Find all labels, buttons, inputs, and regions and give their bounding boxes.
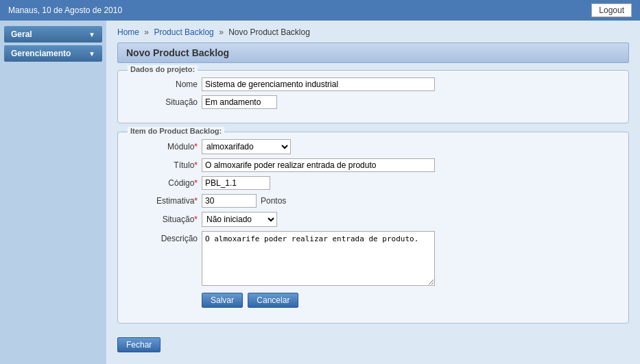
codigo-input[interactable] bbox=[202, 176, 270, 190]
sidebar-item-label-gerenciamento: Gerenciamento bbox=[11, 49, 71, 58]
sidebar-item-label-geral: Geral bbox=[11, 29, 32, 39]
nome-row: Nome bbox=[129, 77, 617, 91]
modulo-select[interactable]: almoxarifado estoque vendas compras bbox=[202, 139, 291, 154]
section-project: Dados do projeto: Nome Situação bbox=[117, 70, 629, 123]
titulo-input[interactable] bbox=[202, 158, 435, 172]
codigo-label: Código* bbox=[129, 178, 198, 188]
descricao-label: Descrição bbox=[129, 231, 198, 243]
estimativa-input[interactable] bbox=[202, 194, 257, 208]
cancelar-button[interactable]: Cancelar bbox=[248, 293, 298, 308]
titulo-label: Título* bbox=[129, 160, 198, 170]
salvar-button[interactable]: Salvar bbox=[202, 293, 243, 308]
situacao-project-label: Situação bbox=[129, 97, 198, 107]
breadcrumb-product-backlog[interactable]: Product Backlog bbox=[154, 27, 213, 37]
topbar: Manaus, 10 de Agosto de 2010 Logout bbox=[0, 0, 640, 21]
chevron-down-icon-gerenciamento: ▼ bbox=[88, 50, 95, 58]
sidebar-item-gerenciamento[interactable]: Gerenciamento ▼ bbox=[4, 45, 102, 62]
fechar-button[interactable]: Fechar bbox=[117, 337, 161, 352]
descricao-row: Descrição O almoxarife poder realizar en… bbox=[129, 231, 617, 286]
sidebar: Geral ▼ Gerenciamento ▼ bbox=[0, 21, 106, 364]
form-buttons: Salvar Cancelar bbox=[129, 293, 617, 308]
estimativa-label: Estimativa* bbox=[129, 196, 198, 206]
titulo-row: Título* bbox=[129, 158, 617, 172]
section-project-legend: Dados do projeto: bbox=[128, 65, 198, 73]
situacao-project-input[interactable] bbox=[202, 95, 277, 109]
situacao-project-row: Situação bbox=[129, 95, 617, 109]
modulo-label: Módulo* bbox=[129, 142, 198, 151]
breadcrumb-home[interactable]: Home bbox=[117, 27, 139, 37]
breadcrumb-sep2: » bbox=[219, 27, 224, 37]
topbar-date: Manaus, 10 de Agosto de 2010 bbox=[8, 5, 122, 15]
section-backlog: Item do Product Backlog: Módulo* almoxar… bbox=[117, 132, 629, 324]
logout-button[interactable]: Logout bbox=[591, 3, 632, 17]
situacao-backlog-label: Situação* bbox=[129, 215, 198, 224]
sidebar-item-geral[interactable]: Geral ▼ bbox=[4, 26, 102, 43]
nome-input[interactable] bbox=[202, 77, 435, 91]
codigo-row: Código* bbox=[129, 176, 617, 190]
main-content: Home » Product Backlog » Novo Product Ba… bbox=[106, 21, 640, 364]
estimativa-row: Estimativa* Pontos bbox=[129, 194, 617, 208]
situacao-backlog-select[interactable]: Não iniciado Em andamento Concluído bbox=[202, 212, 277, 227]
breadcrumb-sep1: » bbox=[144, 27, 149, 37]
section-backlog-legend: Item do Product Backlog: bbox=[128, 127, 224, 135]
situacao-backlog-row: Situação* Não iniciado Em andamento Conc… bbox=[129, 212, 617, 227]
breadcrumb-current: Novo Product Backlog bbox=[228, 27, 310, 37]
nome-label: Nome bbox=[129, 80, 198, 89]
descricao-textarea[interactable]: O almoxarife poder realizar entrada de p… bbox=[202, 231, 435, 286]
chevron-down-icon-geral: ▼ bbox=[88, 31, 95, 38]
layout: Geral ▼ Gerenciamento ▼ Home » Product B… bbox=[0, 21, 640, 364]
page-title: Novo Product Backlog bbox=[117, 43, 629, 63]
pontos-label: Pontos bbox=[261, 196, 286, 206]
modulo-row: Módulo* almoxarifado estoque vendas comp… bbox=[129, 139, 617, 154]
breadcrumb: Home » Product Backlog » Novo Product Ba… bbox=[117, 27, 629, 37]
